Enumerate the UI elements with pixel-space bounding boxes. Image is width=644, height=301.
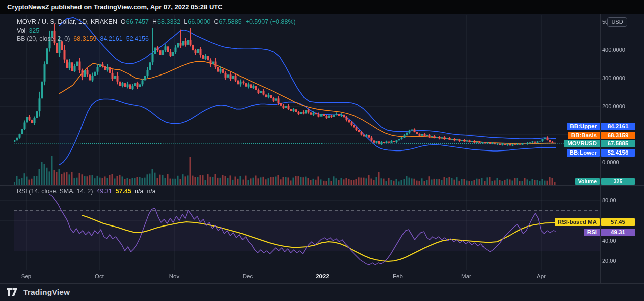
badge-bb-upper: BB:Upper84.2161 [0,123,635,130]
rsi-na1: n/a [135,188,143,195]
time-axis-label-apr: Apr [524,273,559,280]
rsi-label: RSI (14, close, SMA, 14, 2) [17,188,93,195]
symbol-legend: MOVR / U. S. Dollar, 1D, KRAKEN O66.7457… [17,18,296,25]
currency-button[interactable]: USD [607,17,627,27]
footer-bar: TradingView [0,284,644,301]
change-value: +0.5907 (+0.88%) [246,18,296,25]
symbol-title: MOVR / U. S. Dollar, 1D, KRAKEN [17,18,117,25]
rsi-axis-label: 20.00 [602,258,642,264]
ohlc-low: L66.0000 [184,18,210,25]
badge-value: 57.45 [601,218,635,226]
badge-value: 67.5885 [601,140,635,147]
price-axis-label: 400.0000 [602,47,642,53]
badge-volume: Volume325 [0,178,635,185]
bb-lower-value: 52.4156 [126,35,149,42]
time-axis-label-mar: Mar [449,273,484,280]
time-axis-label-2022: 2022 [305,273,340,280]
tradingview-logo-icon[interactable] [7,288,20,296]
badge-label: RSI-based MA [555,218,600,226]
badge-value: 68.3159 [601,132,635,139]
ohlc-open: O66.7457 [121,18,149,25]
published-bar: CryptoNewsZ published on TradingView.com… [0,0,644,14]
badge-bb-basis: BB:Basis68.3159 [0,132,635,139]
vol-value: 325 [29,27,39,34]
time-axis-label-nov: Nov [156,273,192,280]
badge-rsi: RSI49.31 [0,229,635,236]
time-axis-label-oct: Oct [82,273,117,280]
badge-label: RSI [584,229,600,236]
bb-upper-value: 84.2161 [100,35,123,42]
badge-rsi-based-ma: RSI-based MA57.45 [0,218,635,226]
badge-label: BB:Upper [567,123,600,130]
rsi-axis-label: 40.00 [602,238,642,244]
volume-legend: Vol 325 [17,27,39,34]
vol-label: Vol [17,27,25,34]
time-axis-label-sep: Sep [9,273,44,280]
rsi-na2: n/a [147,188,155,195]
time-axis-label-dec: Dec [230,273,265,280]
badge-value: 84.2161 [601,123,635,130]
badge-bb-lower: BB:Lower52.4156 [0,149,635,157]
badge-value: 49.31 [601,229,635,236]
badge-label: MOVRUSD [564,140,600,147]
ohlc-high: H68.3332 [152,18,180,25]
ohlc-close: C67.5885 [214,18,242,25]
badge-movrusd: MOVRUSD67.5885 [0,140,635,147]
bb-label: BB (20, close, 2, 0) [17,35,70,42]
time-axis-label-feb: Feb [380,273,416,280]
badge-value: 52.4156 [601,149,635,157]
tradingview-chart-page: { "header": {"published": "CryptoNewsZ p… [0,0,644,301]
rsi-axis-label: 80.00 [602,197,642,203]
price-axis-label: 0.0000 [602,159,642,165]
tradingview-wordmark[interactable]: TradingView [23,288,70,297]
badge-value: 325 [601,178,635,185]
badge-label: Volume [575,178,600,185]
rsi-value: 49.31 [96,188,112,195]
price-axis-label: 200.0000 [602,103,642,109]
published-text: CryptoNewsZ published on TradingView.com… [7,3,223,11]
rsi-legend: RSI (14, close, SMA, 14, 2) 49.31 57.45 … [17,187,156,195]
rsi-ma-value: 57.45 [116,188,131,195]
badge-label: BB:Lower [567,149,600,157]
bb-basis-value: 68.3159 [73,35,96,42]
badge-label: BB:Basis [568,132,600,139]
price-axis-label: 300.0000 [602,75,642,81]
bb-legend: BB (20, close, 2, 0) 68.3159 84.2161 52.… [17,35,149,42]
